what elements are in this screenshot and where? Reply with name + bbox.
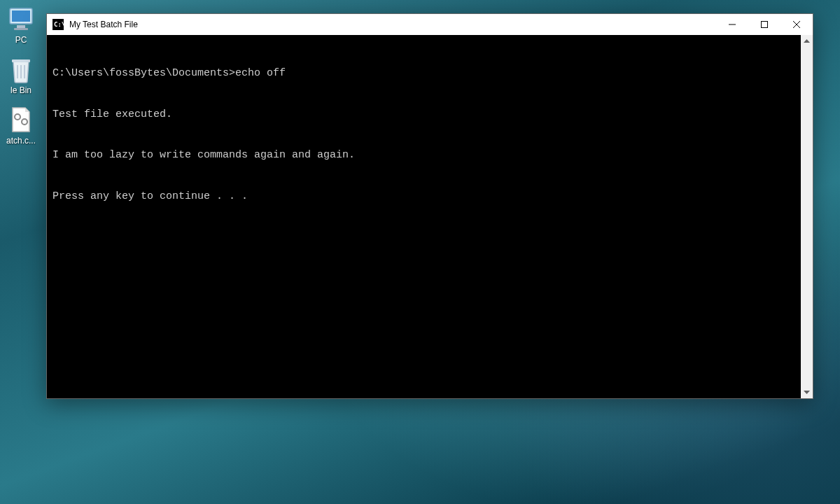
terminal-output[interactable]: C:\Users\fossBytes\Documents>echo off Te… [47,35,801,398]
desktop-icon-label: atch.c... [6,136,36,146]
maximize-button[interactable] [748,14,780,35]
cmd-window: C:\ My Test Batch File C:\Users\fossByte… [46,13,813,399]
window-controls [716,14,813,35]
desktop-icon-pc[interactable]: PC [0,6,42,45]
monitor-icon [6,6,36,34]
close-button[interactable] [780,14,813,35]
vertical-scrollbar[interactable] [801,35,813,398]
svg-text:C:\: C:\ [54,21,64,28]
svg-rect-2 [17,25,25,28]
terminal-area: C:\Users\fossBytes\Documents>echo off Te… [47,35,813,398]
svg-rect-4 [12,59,30,62]
terminal-line: I am too lazy to write commands again an… [52,148,795,162]
scroll-track[interactable] [801,47,813,386]
scroll-down-button[interactable] [801,386,813,398]
scroll-up-button[interactable] [801,35,813,47]
minimize-button[interactable] [716,14,748,35]
desktop-icon-batch-file[interactable]: atch.c... [0,106,42,146]
recycle-bin-icon [6,56,36,84]
svg-rect-13 [762,22,768,28]
terminal-line: C:\Users\fossBytes\Documents>echo off [52,66,795,80]
window-title: My Test Batch File [69,20,138,29]
desktop-icon-recycle-bin[interactable]: le Bin [0,56,42,95]
svg-rect-3 [14,28,28,30]
svg-rect-1 [12,10,30,22]
desktop-icon-label: PC [15,35,27,45]
terminal-line: Test file executed. [52,108,795,122]
desktop-icon-label: le Bin [10,85,31,95]
batch-file-icon [6,106,36,134]
cmd-icon: C:\ [52,19,64,30]
window-titlebar[interactable]: C:\ My Test Batch File [47,14,813,35]
terminal-line: Press any key to continue . . . [52,190,795,204]
desktop-icons-column: PC le Bin atch.c... [0,0,42,146]
